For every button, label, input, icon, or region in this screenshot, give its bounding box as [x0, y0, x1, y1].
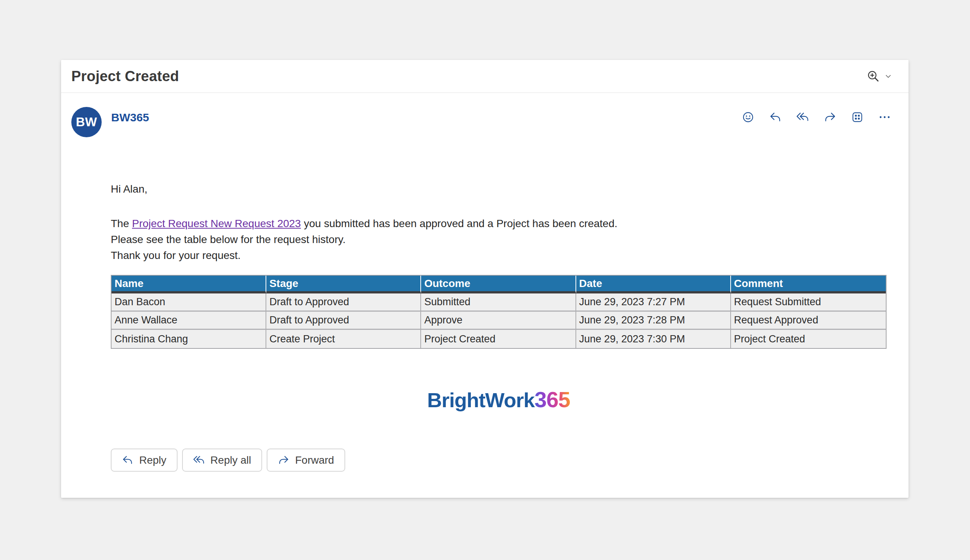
reply-icon [122, 454, 134, 466]
greeting-text: Hi Alan, [111, 181, 887, 197]
reply-all-icon[interactable] [796, 111, 809, 123]
request-history-table: NameStageOutcomeDateComment Dan BaconDra… [111, 275, 887, 349]
table-cell: Approve [421, 312, 576, 330]
brand-logo-365: 365 [534, 387, 570, 412]
table-cell: June 29, 2023 7:30 PM [576, 330, 731, 348]
zoom-in-icon[interactable] [866, 69, 880, 83]
table-row: Anne WallaceDraft to ApprovedApproveJune… [112, 312, 886, 330]
table-cell: Christina Chang [112, 330, 266, 348]
table-cell: Dan Bacon [112, 293, 266, 312]
forward-button[interactable]: Forward [267, 448, 345, 472]
column-header: Name [112, 276, 266, 293]
email-subject: Project Created [71, 68, 179, 85]
table-cell: June 29, 2023 7:27 PM [576, 293, 731, 312]
body-line-3: Thank you for your request. [111, 248, 887, 263]
reply-button[interactable]: Reply [111, 448, 177, 472]
table-cell: Anne Wallace [112, 312, 266, 330]
table-cell: Project Created [421, 330, 576, 348]
sender-info: BW BW365 [71, 107, 149, 137]
reply-icon[interactable] [769, 111, 782, 123]
reading-pane-header: Project Created [61, 60, 908, 93]
add-reaction-icon[interactable] [741, 111, 755, 123]
body-line-1-pre: The [111, 218, 132, 229]
table-cell: Create Project [266, 330, 421, 348]
email-body: Hi Alan, The Project Request New Request… [111, 181, 887, 263]
history-table-body: Dan BaconDraft to ApprovedSubmittedJune … [112, 293, 886, 348]
message-header: BW BW365 [61, 107, 908, 137]
sender-name[interactable]: BW365 [111, 111, 149, 124]
table-cell: Draft to Approved [266, 293, 421, 312]
forward-button-label: Forward [295, 454, 334, 467]
project-request-link[interactable]: Project Request New Request 2023 [132, 218, 301, 229]
reply-all-icon [193, 454, 205, 466]
column-header: Date [576, 276, 731, 293]
table-row: Christina ChangCreate ProjectProject Cre… [112, 330, 886, 348]
forward-icon [278, 454, 289, 466]
table-cell: Request Approved [731, 312, 886, 330]
brand-logo-text: BrightWork [427, 388, 534, 412]
column-header: Comment [731, 276, 886, 293]
reply-all-button-label: Reply all [210, 454, 251, 467]
table-cell: Draft to Approved [266, 312, 421, 330]
body-line-2: Please see the table below for the reque… [111, 232, 887, 248]
history-table-head-row: NameStageOutcomeDateComment [112, 276, 886, 293]
sender-avatar[interactable]: BW [71, 107, 102, 137]
chevron-down-icon[interactable] [885, 73, 892, 80]
table-row: Dan BaconDraft to ApprovedSubmittedJune … [112, 293, 886, 312]
brand-logo: BrightWork365 [111, 387, 887, 412]
table-cell: June 29, 2023 7:28 PM [576, 312, 731, 330]
table-cell: Project Created [731, 330, 886, 348]
forward-icon[interactable] [823, 111, 836, 123]
body-line-1: The Project Request New Request 2023 you… [111, 216, 887, 232]
reply-all-button[interactable]: Reply all [182, 448, 262, 472]
table-cell: Request Submitted [731, 293, 886, 312]
zoom-control[interactable] [866, 69, 892, 83]
message-toolbar [741, 111, 891, 123]
body-line-1-post: you submitted has been approved and a Pr… [301, 218, 617, 229]
reply-button-label: Reply [139, 454, 167, 467]
message-actions: Reply Reply all Forward [111, 448, 908, 472]
column-header: Stage [266, 276, 421, 293]
email-reading-pane: Project Created BW BW365 [61, 60, 908, 498]
column-header: Outcome [421, 276, 576, 293]
apps-icon[interactable] [851, 111, 864, 123]
more-options-icon[interactable] [878, 111, 891, 123]
table-cell: Submitted [421, 293, 576, 312]
